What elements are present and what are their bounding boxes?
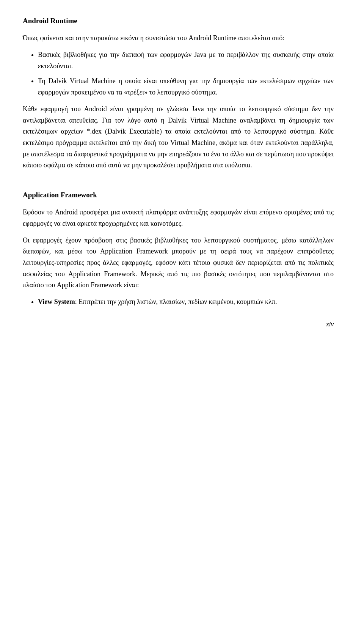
- android-runtime-intro: Όπως φαίνεται και στην παρακάτω εικόνα η…: [23, 33, 334, 44]
- page-number: xiv: [23, 319, 334, 329]
- view-system-term: View System: [38, 298, 75, 305]
- view-system-text: : Επιτρέπει την χρήση λιστών, πλαισίων, …: [75, 298, 277, 305]
- application-framework-section: Application Framework Εφόσον το Android …: [23, 189, 334, 308]
- list-item: Τη Dalvik Virtual Machine η οποία είναι …: [38, 76, 334, 98]
- android-runtime-paragraph: Κάθε εφαρμογή του Android είναι γραμμένη…: [23, 104, 334, 171]
- application-framework-paragraph-2: Οι εφαρμογές έχουν πρόσβαση στις βασικές…: [23, 235, 334, 291]
- application-framework-heading: Application Framework: [23, 189, 334, 201]
- list-item-view-system: View System: Επιτρέπει την χρήση λιστών,…: [38, 296, 334, 308]
- application-framework-paragraph-1: Εφόσον το Android προσφέρει μια ανοικτή …: [23, 207, 334, 229]
- android-runtime-bullet-list: Βασικές βιβλιοθήκες για την διεπαφή των …: [38, 49, 334, 98]
- application-framework-bullet-list: View System: Επιτρέπει την χρήση λιστών,…: [38, 296, 334, 308]
- list-item: Βασικές βιβλιοθήκες για την διεπαφή των …: [38, 49, 334, 72]
- android-runtime-heading: Android Runtime: [23, 15, 334, 27]
